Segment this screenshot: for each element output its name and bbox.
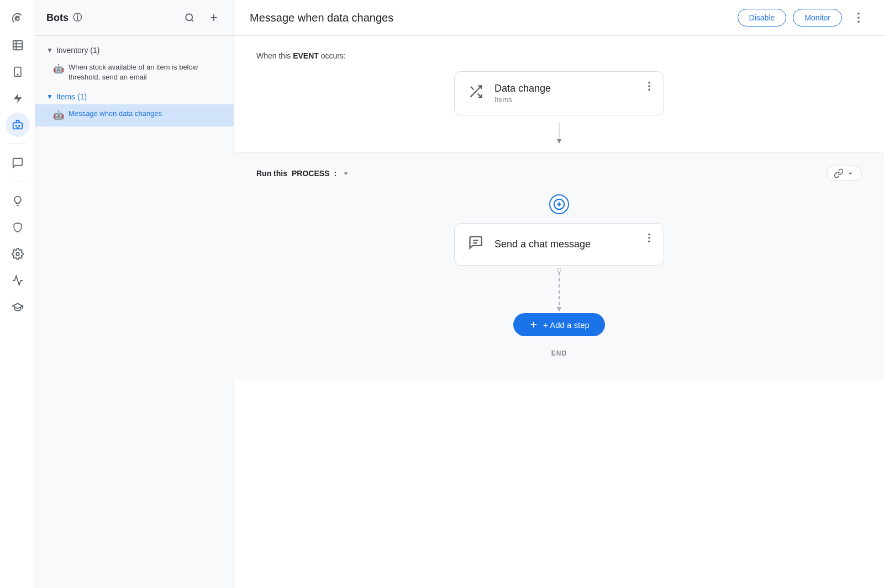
add-step-circle-button[interactable] [549,194,569,214]
main-content: Message when data changes Disable Monito… [234,0,884,588]
app-icon[interactable] [6,7,30,31]
process-label: Run this PROCESS: [256,168,351,178]
svg-point-20 [648,85,650,87]
event-card-title: Data change [494,83,551,94]
event-flow-center: Data change Items [256,71,862,115]
process-dropdown-button[interactable] [341,168,351,178]
process-section: Run this PROCESS: [234,152,884,379]
dashed-line [559,272,560,305]
svg-point-11 [16,252,19,256]
process-card-menu[interactable] [641,230,657,246]
event-card: Data change Items [454,71,664,115]
bolt-icon[interactable] [6,86,30,110]
event-card-subtitle: Items [494,96,551,104]
icon-bar [0,0,35,588]
sidebar-header: Bots ⓘ [35,0,234,36]
dashed-connector: ▼ [555,268,563,313]
main-header-actions: Disable Monitor [738,8,869,28]
process-view-toggle[interactable] [827,166,862,181]
process-keyword: PROCESS [292,169,329,178]
svg-point-6 [17,74,18,75]
shield-icon[interactable] [6,215,30,240]
svg-point-12 [186,14,192,20]
svg-point-17 [857,17,860,19]
inventory-bot-icon: 🤖 [53,63,64,75]
process-flow-center: Send a chat message ▼ + Add a step [256,194,862,357]
lightbulb-icon[interactable] [6,189,30,213]
event-card-menu[interactable] [641,78,657,94]
svg-point-26 [648,237,650,239]
search-button[interactable] [181,9,198,27]
more-options-button[interactable] [849,8,869,28]
add-step-button[interactable]: + Add a step [513,313,605,336]
inventory-arrow: ▼ [46,46,53,54]
disable-button[interactable]: Disable [738,9,787,27]
analytics-icon[interactable] [6,268,30,293]
process-card-content: Send a chat message [494,239,591,250]
event-process-connector: ▼ [256,115,862,152]
tree-group-items: ▼ Items (1) 🤖 Message when data changes [35,89,234,126]
data-change-icon [468,84,483,103]
items-group-header[interactable]: ▼ Items (1) [35,89,234,104]
sidebar-content: ▼ Inventory (1) 🤖 When stock available o… [35,36,234,588]
svg-point-9 [18,125,19,126]
items-bot-item[interactable]: 🤖 Message when data changes [35,104,234,126]
mobile-icon[interactable] [6,60,30,84]
event-card-content: Data change Items [494,83,551,104]
connector-arrow: ▼ [555,136,563,145]
end-label: END [551,349,567,357]
add-bot-button[interactable] [205,9,223,27]
table-icon[interactable] [6,33,30,57]
event-section-label: When this EVENT occurs: [256,51,862,60]
process-header: Run this PROCESS: [256,166,862,181]
sidebar-title-text: Bots [46,12,69,24]
tree-group-inventory: ▼ Inventory (1) 🤖 When stock available o… [35,43,234,87]
inventory-bot-label: When stock available of an item is below… [69,62,223,82]
svg-point-27 [648,240,650,242]
svg-point-21 [648,88,650,91]
inventory-bot-item[interactable]: 🤖 When stock available of an item is bel… [35,58,234,87]
svg-point-25 [648,234,650,236]
svg-point-19 [648,82,650,84]
items-bot-label: Message when data changes [69,109,162,119]
chat-icon[interactable] [6,151,30,175]
event-section: When this EVENT occurs: Data [234,36,884,152]
process-card-title: Send a chat message [494,239,591,250]
items-arrow: ▼ [46,93,53,100]
divider-1 [9,144,27,144]
svg-point-8 [15,125,17,126]
chat-message-icon [468,235,483,254]
process-card-wrapper: Send a chat message [454,223,664,266]
svg-point-18 [857,20,860,23]
bot-icon[interactable] [6,113,30,137]
svg-line-13 [191,19,193,21]
graduation-icon[interactable] [6,295,30,319]
inventory-group-label: Inventory (1) [56,46,100,55]
svg-point-16 [857,13,860,15]
items-bot-icon: 🤖 [53,109,64,121]
items-group-label: Items (1) [56,92,87,101]
dashed-dot-top [557,268,561,272]
main-title: Message when data changes [250,12,393,24]
dashed-arrow: ▼ [555,304,563,313]
main-header: Message when data changes Disable Monito… [234,0,884,36]
add-step-label: + Add a step [543,320,590,330]
svg-rect-1 [13,41,22,50]
monitor-button[interactable]: Monitor [793,9,842,27]
svg-point-0 [16,17,19,20]
divider-2 [9,182,27,182]
settings-icon[interactable] [6,242,30,266]
sidebar-actions [181,9,223,27]
sidebar: Bots ⓘ ▼ Inventory (1) 🤖 [35,0,234,588]
process-card: Send a chat message [454,223,664,266]
inventory-group-header[interactable]: ▼ Inventory (1) [35,43,234,58]
event-keyword: EVENT [293,51,319,60]
sidebar-title: Bots ⓘ [46,12,82,24]
info-icon: ⓘ [73,12,82,24]
canvas: When this EVENT occurs: Data [234,36,884,588]
